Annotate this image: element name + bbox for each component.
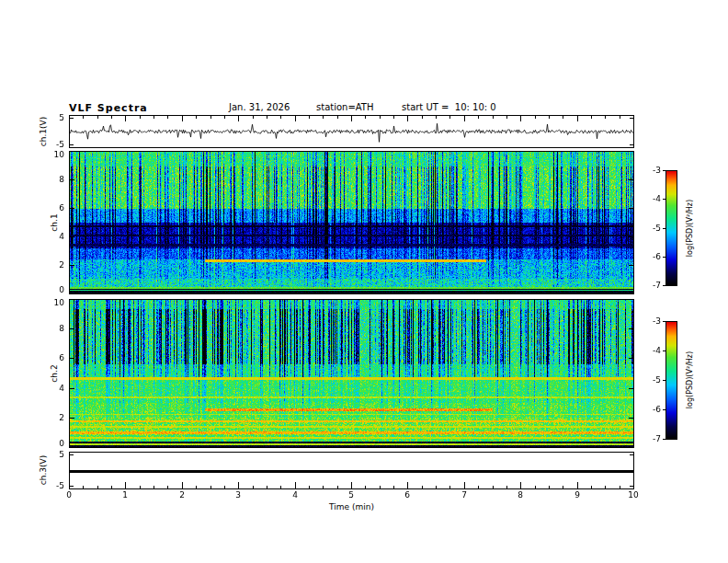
x-minor-tick	[267, 116, 267, 119]
x-minor-tick	[449, 116, 450, 119]
y-tick-label: 10	[40, 150, 64, 159]
x-minor-tick	[493, 486, 494, 488]
y-tick	[629, 358, 633, 359]
colorbar-tick-label: -6	[641, 405, 661, 414]
y-tick-label: 10	[40, 298, 64, 307]
x-tick	[125, 482, 126, 488]
y-tick	[70, 265, 74, 266]
x-minor-tick	[111, 486, 112, 488]
x-minor-tick	[549, 116, 550, 119]
x-tick-label: 9	[568, 490, 586, 500]
y-tick	[629, 388, 633, 389]
x-minor-tick	[436, 116, 437, 119]
x-tick	[407, 482, 408, 488]
y-tick	[70, 328, 74, 329]
y-tick-label: 8	[40, 175, 64, 184]
y-tick	[629, 179, 633, 180]
x-tick	[238, 116, 239, 121]
x-minor-tick	[620, 116, 620, 119]
date-label: Jan. 31, 2026	[229, 102, 290, 112]
x-tick	[520, 482, 521, 488]
x-tick	[520, 116, 521, 121]
colorbar-tick	[663, 350, 665, 351]
x-minor-tick	[210, 116, 211, 119]
x-tick-label: 0	[60, 490, 78, 500]
x-tick	[125, 116, 126, 121]
y-tick	[629, 236, 633, 237]
x-minor-tick	[436, 486, 437, 488]
colorbar-tick	[663, 285, 665, 286]
y-tick	[630, 144, 633, 145]
x-minor-tick	[563, 486, 563, 488]
colorbar-tick-label: -7	[641, 434, 661, 443]
x-minor-tick	[280, 116, 281, 119]
x-minor-tick	[309, 116, 310, 119]
x-minor-tick	[253, 116, 254, 119]
x-tick	[464, 116, 465, 121]
y-tick	[70, 208, 74, 209]
x-minor-tick	[620, 486, 620, 488]
y-tick	[70, 486, 74, 487]
y-tick	[629, 208, 633, 209]
y-tick	[70, 118, 74, 119]
colorbar-1-gradient	[666, 171, 677, 285]
ch2-spec-ylabel-line1: ch.2	[50, 318, 59, 429]
colorbar-tick	[663, 409, 665, 410]
x-minor-tick	[280, 486, 281, 488]
colorbar-tick	[663, 228, 665, 229]
x-tick	[633, 482, 634, 488]
colorbar-2	[665, 321, 677, 440]
x-minor-tick	[323, 116, 324, 119]
x-tick	[295, 116, 296, 121]
x-minor-tick	[196, 486, 197, 488]
x-tick-label: 8	[511, 490, 529, 500]
x-minor-tick	[167, 486, 168, 488]
colorbar-tick	[663, 439, 665, 440]
x-minor-tick	[111, 116, 112, 119]
x-minor-tick	[97, 486, 98, 488]
y-tick	[70, 144, 74, 145]
x-minor-tick	[478, 486, 479, 488]
x-minor-tick	[563, 116, 563, 119]
y-tick	[70, 388, 74, 389]
y-tick	[70, 418, 74, 419]
x-tick	[464, 482, 465, 488]
x-minor-tick	[591, 486, 592, 488]
y-tick-label: 5	[40, 450, 64, 459]
y-tick-label: -5	[40, 481, 64, 490]
y-tick-label: 6	[40, 353, 64, 362]
y-tick	[630, 486, 633, 487]
x-minor-tick	[422, 486, 423, 488]
x-minor-tick	[449, 486, 450, 488]
y-tick-label: 4	[40, 384, 64, 393]
x-minor-tick	[393, 486, 394, 488]
x-tick-label: 3	[229, 490, 247, 500]
x-minor-tick	[493, 116, 494, 119]
y-tick	[70, 454, 74, 455]
x-minor-tick	[97, 116, 98, 119]
colorbar-tick-label: -4	[641, 346, 661, 355]
y-tick	[630, 118, 633, 119]
x-tick	[182, 116, 183, 121]
x-tick	[295, 482, 296, 488]
y-tick-label: 2	[40, 260, 64, 270]
y-tick	[629, 328, 633, 329]
x-tick	[351, 116, 352, 121]
x-minor-tick	[309, 486, 310, 488]
x-tick-label: 2	[173, 490, 191, 500]
x-tick-label: 6	[398, 490, 416, 500]
x-tick	[351, 482, 352, 488]
ch1-spectrogram-canvas	[70, 152, 633, 293]
x-minor-tick	[535, 116, 536, 119]
y-tick-label: 6	[40, 203, 64, 213]
x-tick	[577, 482, 578, 488]
x-tick-label: 7	[455, 490, 473, 500]
x-minor-tick	[224, 116, 225, 119]
colorbar-tick-label: -5	[641, 375, 661, 385]
colorbar-2-label: log(PSD)(V²/Hz)	[686, 339, 695, 421]
x-tick	[182, 482, 183, 488]
y-tick	[629, 265, 633, 266]
ch2-spec-ylabel: ch.2 Frequency (kHz)	[31, 318, 50, 429]
x-minor-tick	[380, 116, 381, 119]
x-minor-tick	[365, 486, 366, 488]
